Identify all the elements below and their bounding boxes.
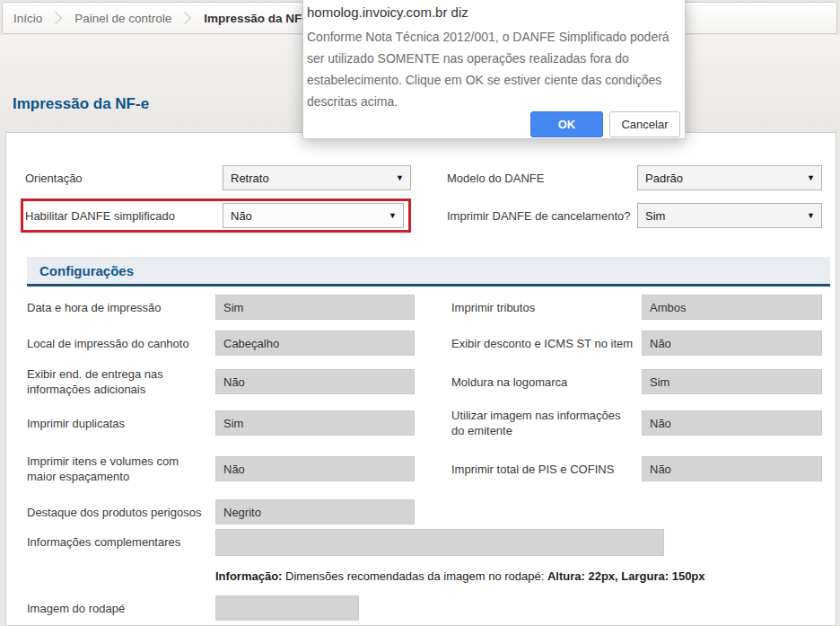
imprimir-danfe-cancelamento-select[interactable]: Sim ▼ [637,203,822,228]
impressao-nfe-screen: Início Painel de controle Impressão da N… [0,0,840,626]
breadcrumb-item-inicio[interactable]: Início [3,12,48,25]
modelo-danfe-select-value: Padrão [645,172,683,185]
informacoes-complementares-value [215,529,664,556]
data-hora-impressao-label: Data e hora de impressão [27,295,206,320]
chevron-right-icon [179,12,191,24]
imprimir-tributos-value: Ambos [642,295,822,320]
local-impressao-canhoto-value: Cabeçalho [215,331,415,356]
imagem-rodape-value [215,595,359,621]
footer-image-note-prefix: Informação: [215,569,282,583]
breadcrumb-item-painel[interactable]: Painel de controle [64,12,177,25]
local-impressao-canhoto-label: Local de impressão do canhoto [27,331,206,356]
imprimir-duplicatas-value: Sim [215,410,415,436]
habilitar-danfe-simplificado-label: Habilitar DANFE simplificado [25,203,175,228]
dialog-title: homolog.invoicy.com.br diz [307,4,468,20]
imprimir-tributos-label: Imprimir tributos [451,295,640,320]
destaque-produtos-perigosos-label: Destaque dos produtos perigosos [27,499,215,525]
dropdown-arrow-icon: ▼ [396,174,404,182]
configuracoes-section-title: Configurações [27,263,134,278]
modelo-danfe-label: Modelo do DANFE [447,165,544,190]
browser-alert-dialog: homolog.invoicy.com.br diz Conforme Nota… [302,0,686,139]
imprimir-danfe-cancelamento-label: Imprimir DANFE de cancelamento? [447,203,630,228]
moldura-logomarca-value: Sim [642,369,822,394]
footer-image-note-dimensions: Altura: 22px, Largura: 150px [547,569,705,583]
utilizar-imagem-emitente-value: Não [642,410,822,436]
footer-image-note-text: Dimensões recomendadas da imagem no roda… [282,569,547,583]
exibir-desconto-icms-value: Não [642,331,822,356]
page-title: Impressão da NF-e [13,95,149,113]
orientacao-select[interactable]: Retrato ▼ [223,165,411,190]
dropdown-arrow-icon: ▼ [389,212,397,220]
exibir-end-entrega-label: Exibir end. de entrega nas informações a… [27,369,202,394]
imprimir-pis-cofins-label: Imprimir total de PIS e COFINS [451,456,640,481]
utilizar-imagem-emitente-label: Utilizar imagem nas informações do emite… [451,410,635,436]
dropdown-arrow-icon: ▼ [807,212,815,220]
orientacao-label: Orientação [25,165,83,190]
moldura-logomarca-label: Moldura na logomarca [451,369,640,394]
breadcrumb-item-impressao-nfe[interactable]: Impressão da NF-e [193,12,318,25]
dialog-message: Conforme Nota Técnica 2012/001, o DANFE … [307,26,673,112]
ok-button[interactable]: OK [530,111,603,137]
imagem-rodape-label: Imagem do rodapé [27,595,206,621]
imprimir-duplicatas-label: Imprimir duplicatas [27,410,206,436]
exibir-desconto-icms-label: Exibir desconto e ICMS ST no item [451,331,640,356]
exibir-end-entrega-value: Não [215,369,415,394]
destaque-produtos-perigosos-value: Negrito [215,499,415,525]
data-hora-impressao-value: Sim [215,295,415,320]
imprimir-pis-cofins-value: Não [642,456,822,481]
imprimir-danfe-cancelamento-select-value: Sim [645,209,665,223]
habilitar-danfe-simplificado-select-value: Não [231,209,252,223]
orientacao-select-value: Retrato [231,172,269,185]
informacoes-complementares-label: Informações complementares [27,529,206,554]
configuracoes-section-header: Configurações [27,257,830,287]
cancel-button[interactable]: Cancelar [609,111,680,137]
chevron-right-icon [49,12,62,24]
footer-image-note: Informação: Dimensões recomendadas da im… [215,569,705,583]
imprimir-itens-volumes-value: Não [215,456,415,481]
imprimir-itens-volumes-label: Imprimir itens e volumes com maior espaç… [27,456,206,481]
habilitar-danfe-simplificado-select[interactable]: Não ▼ [223,203,404,228]
dropdown-arrow-icon: ▼ [807,174,815,182]
modelo-danfe-select[interactable]: Padrão ▼ [637,165,822,190]
